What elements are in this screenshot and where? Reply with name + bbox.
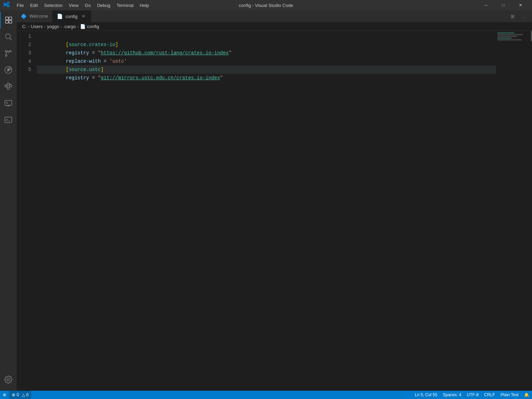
editor-area: 🔷 Welcome 📄 config ✕ ⊞ … C: › Users › yo… (17, 10, 532, 391)
tab-welcome-icon: 🔷 (21, 14, 27, 19)
tab-config-close[interactable]: ✕ (80, 13, 87, 19)
minimize-button[interactable]: ─ (478, 0, 494, 10)
activity-run-debug[interactable] (0, 62, 17, 78)
status-spaces[interactable]: Spaces: 4 (440, 391, 464, 399)
menu-bar: File Edit Selection View Go Debug Termin… (14, 2, 152, 9)
svg-point-9 (9, 67, 11, 69)
activity-search[interactable] (0, 28, 17, 45)
warning-count: 0 (26, 392, 29, 397)
status-errors[interactable]: ⊗ 0 △ 0 (9, 391, 31, 399)
minimap (496, 31, 527, 391)
svg-rect-11 (7, 87, 9, 89)
menu-debug[interactable]: Debug (94, 2, 113, 9)
activity-source-control[interactable] (0, 45, 17, 62)
breadcrumb-cargo[interactable]: .cargo (63, 24, 76, 29)
status-bar: ⊗ ⊗ 0 △ 0 Ln 5, Col 55 Spaces: 4 UTF-8 C… (0, 391, 532, 399)
tab-welcome-label: Welcome (29, 14, 48, 19)
notifications-icon: 🔔 (524, 392, 529, 397)
menu-help[interactable]: Help (137, 2, 152, 9)
svg-point-18 (7, 379, 9, 381)
svg-rect-12 (10, 85, 12, 87)
status-language[interactable]: Plain Text (498, 391, 521, 399)
vertical-scrollbar[interactable] (527, 31, 532, 391)
status-bar-right: Ln 5, Col 55 Spaces: 4 UTF-8 CRLF Plain … (412, 391, 532, 399)
close-button[interactable]: ✕ (513, 0, 529, 10)
main-layout: 🔷 Welcome 📄 config ✕ ⊞ … C: › Users › yo… (0, 10, 532, 391)
activity-settings[interactable] (0, 371, 17, 388)
tab-config-label: config (65, 14, 78, 19)
tab-config[interactable]: 📄 config ✕ (53, 10, 91, 22)
breadcrumb-file-icon: 📄 (80, 24, 86, 29)
tab-config-icon: 📄 (57, 14, 63, 19)
svg-rect-13 (7, 83, 9, 85)
editor-content[interactable]: 1 2 3 4 5 [source.crates-io] registry = … (17, 31, 532, 391)
status-remote[interactable]: ⊗ (0, 391, 9, 399)
menu-terminal[interactable]: Terminal (114, 2, 136, 9)
activity-remote-explorer[interactable] (0, 95, 17, 112)
split-editor-button[interactable]: ⊞ (508, 11, 517, 21)
status-spaces-text: Spaces: 4 (443, 392, 461, 397)
svg-rect-17 (5, 117, 12, 123)
status-position[interactable]: Ln 5, Col 55 (412, 391, 440, 399)
menu-file[interactable]: File (14, 2, 27, 9)
breadcrumb-config[interactable]: config (87, 24, 99, 29)
svg-point-7 (10, 51, 11, 52)
code-line-5: registry = "git://mirrors.ustc.edu.cn/cr… (37, 65, 496, 74)
window-title: config - Visual Studio Code (239, 3, 293, 8)
error-icon: ⊗ (12, 392, 15, 397)
activity-bar-bottom (0, 371, 17, 388)
menu-go[interactable]: Go (82, 2, 94, 9)
svg-rect-2 (6, 20, 8, 23)
svg-rect-16 (5, 100, 12, 105)
code-line-1: [source.crates-io] (37, 32, 496, 41)
activity-bar (0, 10, 17, 391)
more-actions-button[interactable]: … (520, 11, 529, 21)
svg-point-6 (6, 51, 7, 52)
svg-line-5 (10, 38, 12, 41)
warning-icon: △ (22, 392, 25, 397)
error-count: 0 (17, 392, 19, 397)
line-numbers: 1 2 3 4 5 (17, 31, 34, 391)
activity-extensions[interactable] (0, 78, 17, 95)
activity-terminal[interactable] (0, 112, 17, 128)
status-eol-text: CRLF (484, 392, 495, 397)
breadcrumb-yoggs[interactable]: yoggs (47, 24, 59, 29)
status-position-text: Ln 5, Col 55 (415, 392, 437, 397)
svg-rect-1 (9, 17, 12, 20)
title-bar-left: File Edit Selection View Go Debug Termin… (3, 1, 152, 9)
menu-edit[interactable]: Edit (27, 2, 41, 9)
breadcrumb-users[interactable]: Users (31, 24, 43, 29)
tab-bar: 🔷 Welcome 📄 config ✕ ⊞ … (17, 10, 532, 23)
menu-selection[interactable]: Selection (41, 2, 65, 9)
svg-rect-0 (6, 17, 8, 20)
code-editor[interactable]: [source.crates-io] registry = "https://g… (34, 31, 496, 391)
breadcrumb: C: › Users › yoggs › .cargo › 📄 config (17, 23, 532, 31)
menu-view[interactable]: View (66, 2, 81, 9)
vscode-logo-icon (3, 1, 10, 9)
status-eol[interactable]: CRLF (481, 391, 498, 399)
status-encoding-text: UTF-8 (467, 392, 479, 397)
window-controls: ─ □ ✕ (478, 0, 529, 10)
status-notifications[interactable]: 🔔 (521, 391, 532, 399)
svg-rect-3 (9, 20, 12, 23)
status-bar-left: ⊗ ⊗ 0 △ 0 (0, 391, 31, 399)
remote-icon: ⊗ (3, 392, 6, 397)
status-encoding[interactable]: UTF-8 (464, 391, 481, 399)
maximize-button[interactable]: □ (495, 0, 511, 10)
svg-point-8 (6, 55, 7, 56)
title-bar: File Edit Selection View Go Debug Termin… (0, 0, 532, 10)
breadcrumb-c[interactable]: C: (22, 24, 27, 29)
activity-explorer[interactable] (0, 12, 17, 28)
svg-point-4 (6, 34, 10, 39)
tab-welcome[interactable]: 🔷 Welcome (17, 10, 53, 22)
status-language-text: Plain Text (500, 392, 518, 397)
tab-actions: ⊞ … (508, 10, 532, 22)
